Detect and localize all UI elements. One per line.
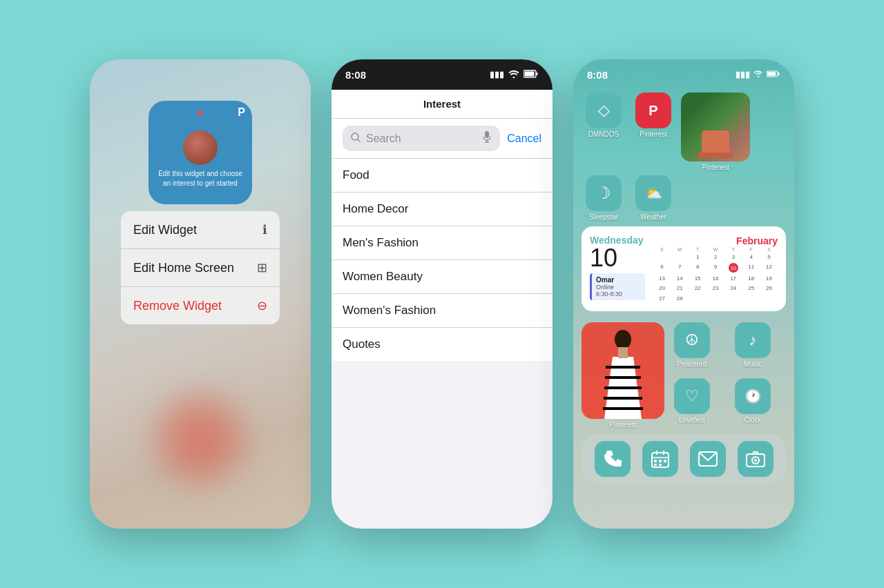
list-item-women-beauty[interactable]: Women Beauty [332,260,552,294]
event-status: Online [596,284,641,291]
svg-rect-25 [664,460,666,462]
fashion-image [582,322,664,419]
remove-widget-button[interactable]: Remove Widget ⊖ [121,287,280,324]
phone3-dock [582,434,786,484]
day-number: 10 [590,246,645,271]
list-item-quotes[interactable]: Quotes [332,328,552,361]
heart-icon: ♥ [197,106,204,121]
camera-dock-icon[interactable] [738,441,774,477]
battery-icon [523,70,539,80]
search-bar-container: Search Cancel [332,119,552,159]
blurred-decoration [152,391,249,487]
edit-widget-button[interactable]: Edit Widget ℹ [121,211,280,249]
pinterest-label-top: Pinterest [640,130,666,138]
list-item-home-decor[interactable]: Home Decor [332,193,552,226]
status-bar: 8:08 ▮▮▮ [332,59,552,90]
phone-screen-icon: ⊞ [257,260,267,275]
peacenrd-label: Peacenrd [678,360,707,368]
svg-rect-10 [767,72,776,76]
phone3-battery-icon [767,70,780,79]
phone3-apps-row2: ☽ Sleepstar ⛅ Weather [573,174,794,224]
music-label: Music [744,360,762,368]
svg-rect-23 [654,460,657,462]
list-item-food[interactable]: Food [332,159,552,193]
pinterest-image-label: Pinterest [702,164,729,171]
svg-rect-1 [537,72,538,75]
peacenrd-icon: ☮ [674,322,710,358]
wifi-icon [508,70,519,80]
info-icon: ℹ [262,222,267,237]
phone1: ♥ P Edit this widget and choose an inter… [90,59,311,529]
calendar-mini: February S M T W T F S 1 2 3 [653,235,778,303]
microphone-icon [482,131,492,146]
pinterest-icon-top: P [635,92,671,128]
calendar-grid: S M T W T F S 1 2 3 4 5 6 [653,247,778,303]
fashion-widget[interactable]: Pinterest [582,322,664,429]
lovefest-icon: ♡ [674,378,710,414]
search-icon [351,133,361,144]
edit-home-screen-button[interactable]: Edit Home Screen ⊞ [121,249,280,287]
calendar-widget: Wednesday 10 Omar Online 6:30-8:30 Febru… [582,226,786,311]
cancel-button[interactable]: Cancel [507,133,541,145]
phone3-top-apps: ◇ DMNDOS P Pinterest Pinterest [573,90,794,174]
search-input[interactable]: Search [366,133,477,145]
interest-title: Interest [332,90,552,119]
peacenrd-app[interactable]: ☮ Peacenrd [670,322,714,373]
fashion-widget-label: Pinterest [609,421,636,429]
dmndos-app[interactable]: ◇ DMNDOS [582,92,626,138]
pinterest-logo-icon: P [238,106,245,119]
mail-dock-icon[interactable] [690,441,726,477]
music-app[interactable]: ♪ Music [731,322,775,373]
phone3-status-time: 8:08 [587,69,608,81]
edit-home-screen-label: Edit Home Screen [133,261,234,275]
phone3-signal-icon: ▮▮▮ [736,70,750,79]
svg-point-11 [615,330,631,349]
remove-widget-label: Remove Widget [133,299,222,313]
dmndos-icon: ◇ [586,92,622,128]
svg-rect-24 [659,460,662,462]
context-menu: Edit Widget ℹ Edit Home Screen ⊞ Remove … [121,211,280,324]
weather-app[interactable]: ⛅ Weather [631,175,675,221]
month-label: February [736,235,778,246]
sleepstar-label: Sleepstar [589,213,618,221]
phone3-bottom-section: Pinterest ☮ Peacenrd ♪ Music ♡ Lovefest … [573,322,794,429]
minus-circle-icon: ⊖ [257,298,267,313]
music-icon: ♪ [735,322,771,358]
phone-dock-icon[interactable] [595,441,631,477]
phone3-wifi-icon [753,70,763,79]
list-item-womens-fashion[interactable]: Women's Fashion [332,294,552,328]
pinterest-app-top[interactable]: P Pinterest [631,92,675,138]
svg-line-4 [358,139,361,142]
clock-label: Clock [744,416,761,424]
event-time: 6:30-8:30 [596,291,641,297]
calendar-section: Wednesday 10 Omar Online 6:30-8:30 Febru… [573,224,794,322]
clock-icon: 🕐 [735,378,771,414]
clock-app[interactable]: 🕐 Clock [731,378,775,429]
dmndos-label: DMNDOS [588,130,619,138]
sleepstar-app[interactable]: ☽ Sleepstar [582,175,626,221]
svg-rect-2 [525,71,535,76]
status-indicators: ▮▮▮ [490,70,539,80]
search-bar[interactable]: Search [343,126,500,151]
forest-image [681,92,750,161]
event-name: Omar [596,276,641,284]
svg-rect-5 [485,131,489,138]
lovefest-label: Lovefest [679,416,705,424]
pinterest-widget[interactable]: ♥ P Edit this widget and choose an inter… [148,101,252,204]
svg-point-3 [352,133,358,140]
signal-icon: ▮▮▮ [490,70,504,79]
pinterest-image-widget[interactable]: Pinterest [681,92,750,171]
list-item-mens-fashion[interactable]: Men's Fashion [332,226,552,260]
svg-rect-26 [654,464,657,466]
phone2: 8:08 ▮▮▮ Interest [332,59,552,529]
weather-icon: ⛅ [635,175,671,211]
sleepstar-icon: ☽ [586,175,622,211]
svg-rect-18 [618,347,628,358]
phone3-status-bar: 8:08 ▮▮▮ [573,59,794,90]
lovefest-app[interactable]: ♡ Lovefest [670,378,714,429]
calendar-dock-icon[interactable] [642,441,678,477]
calendar-event: Omar Online 6:30-8:30 [590,273,645,300]
avatar [183,130,218,165]
interest-list: Food Home Decor Men's Fashion Women Beau… [332,159,552,361]
svg-point-31 [754,459,757,462]
